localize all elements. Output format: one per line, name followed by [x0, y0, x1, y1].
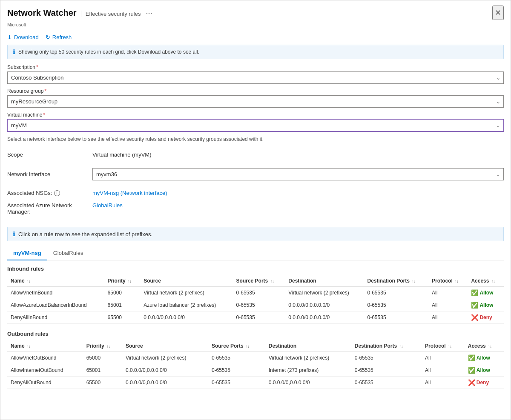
- cell-source: Virtual network (2 prefixes): [122, 352, 208, 364]
- tab-globalrules[interactable]: GlobalRules: [47, 246, 89, 260]
- download-button[interactable]: ⬇ Download: [7, 34, 39, 40]
- resource-group-required: *: [44, 88, 46, 94]
- deny-badge: ❌ Deny: [471, 314, 500, 321]
- cell-source: 0.0.0.0/0,0.0.0.0/0: [122, 377, 208, 389]
- panel-title: Network Watcher: [7, 8, 77, 18]
- cell-priority: 65000: [83, 352, 122, 364]
- table-row[interactable]: AllowVnetInBound 65000 Virtual network (…: [7, 287, 504, 299]
- out-name-sort-icon[interactable]: ↑↓: [27, 344, 31, 349]
- out-protocol-sort-icon[interactable]: ↑↓: [448, 344, 452, 349]
- network-interface-select[interactable]: myvm36: [92, 168, 504, 180]
- cell-name: AllowVnetOutBound: [7, 352, 83, 364]
- check-icon: ✅: [471, 289, 478, 296]
- panel-subtitle: Effective security rules: [81, 11, 141, 17]
- col-destination: Destination: [285, 275, 364, 287]
- col-out-source-ports: Source Ports ↑↓: [208, 340, 265, 352]
- allow-badge: ✅ Allow: [471, 302, 500, 309]
- cell-dest-ports: 0-65535: [364, 311, 429, 324]
- info-banner-text: Showing only top 50 security rules in ea…: [18, 49, 199, 55]
- cell-destination: Virtual network (2 prefixes): [265, 352, 351, 364]
- table-row[interactable]: AllowVnetOutBound 65000 Virtual network …: [7, 352, 504, 364]
- refresh-button[interactable]: ↻ Refresh: [46, 34, 72, 40]
- table-row[interactable]: DenyAllInBound 65500 0.0.0.0/0,0.0.0.0/0…: [7, 311, 504, 324]
- cell-source-ports: 0-65535: [233, 299, 285, 311]
- col-destination-ports: Destination Ports ↑↓: [364, 275, 429, 287]
- download-label: Download: [14, 34, 39, 40]
- cell-dest-ports: 0-65535: [364, 299, 429, 311]
- cell-source-ports: 0-65535: [233, 311, 285, 324]
- dest-ports-sort-icon[interactable]: ↑↓: [412, 279, 416, 283]
- check-icon: ✅: [471, 302, 478, 309]
- cell-destination: Virtual network (2 prefixes): [285, 287, 364, 299]
- out-dest-ports-sort-icon[interactable]: ↑↓: [399, 344, 403, 349]
- anm-label: Associated Azure Network Manager:: [7, 202, 92, 215]
- inbound-rules-title: Inbound rules: [7, 266, 504, 272]
- cell-source: Azure load balancer (2 prefixes): [140, 299, 233, 311]
- resource-group-select[interactable]: myResourceGroup: [7, 95, 504, 108]
- cell-priority: 65500: [83, 377, 122, 389]
- table-row[interactable]: AllowInternetOutBound 65001 0.0.0.0/0,0.…: [7, 364, 504, 377]
- name-sort-icon[interactable]: ↑↓: [27, 279, 31, 283]
- cell-access: ✅ Allow: [465, 364, 504, 377]
- tab-myvm-nsg[interactable]: myVM-nsg: [7, 246, 47, 260]
- cell-source: 0.0.0.0/0,0.0.0.0/0: [140, 311, 233, 324]
- out-priority-sort-icon[interactable]: ↑↓: [106, 344, 110, 349]
- cell-protocol: All: [422, 352, 465, 364]
- resource-group-label: Resource group*: [7, 88, 504, 94]
- virtual-machine-group: Virtual machine* myVM ⌄: [7, 112, 504, 132]
- nsg-label: Associated NSGs: i: [7, 190, 92, 196]
- resource-group-select-wrapper: myResourceGroup ⌄: [7, 95, 504, 108]
- anm-value: GlobalRules: [92, 202, 504, 215]
- subscription-select[interactable]: Contoso Subscription: [7, 71, 504, 84]
- nsg-link[interactable]: myVM-nsg (Network interface): [92, 190, 167, 196]
- resource-group-group: Resource group* myResourceGroup ⌄: [7, 88, 504, 108]
- helper-text: Select a network interface below to see …: [7, 136, 504, 142]
- table-row[interactable]: AllowAzureLoadBalancerInBound 65001 Azur…: [7, 299, 504, 311]
- info-banner: ℹ Showing only top 50 security rules in …: [7, 45, 504, 59]
- scope-label: Scope: [7, 148, 92, 161]
- source-ports-sort-icon[interactable]: ↑↓: [270, 279, 274, 283]
- outbound-rules-table: Name ↑↓ Priority ↑↓ Source Source Ports …: [7, 340, 504, 389]
- cell-protocol: All: [428, 287, 468, 299]
- click-banner-info-icon: ℹ: [13, 231, 15, 237]
- col-access: Access ↑↓: [468, 275, 504, 287]
- col-out-source: Source: [122, 340, 208, 352]
- click-banner: ℹ Click on a rule row to see the expande…: [7, 227, 504, 241]
- protocol-sort-icon[interactable]: ↑↓: [455, 279, 459, 283]
- col-out-destination-ports: Destination Ports ↑↓: [351, 340, 422, 352]
- tabs-section: myVM-nsg GlobalRules Inbound rules Name …: [0, 241, 511, 389]
- cell-name: AllowVnetInBound: [7, 287, 104, 299]
- panel: Network Watcher Effective security rules…: [0, 0, 511, 420]
- cell-priority: 65001: [104, 299, 141, 311]
- allow-badge: ✅ Allow: [471, 289, 500, 296]
- form-section: Subscription* Contoso Subscription ⌄ Res…: [0, 64, 511, 142]
- tabs-bar: myVM-nsg GlobalRules: [7, 246, 504, 260]
- cell-source: Virtual network (2 prefixes): [140, 287, 233, 299]
- priority-sort-icon[interactable]: ↑↓: [128, 279, 132, 283]
- close-button[interactable]: ✕: [492, 6, 504, 20]
- out-source-ports-sort-icon[interactable]: ↑↓: [246, 344, 250, 349]
- refresh-label: Refresh: [52, 34, 72, 40]
- scope-value: Virtual machine (myVM): [92, 148, 504, 161]
- deny-badge: ❌ Deny: [468, 379, 500, 386]
- network-interface-select-wrapper: myvm36 ⌄: [92, 165, 504, 184]
- cell-name: AllowAzureLoadBalancerInBound: [7, 299, 104, 311]
- deny-icon: ❌: [471, 314, 478, 321]
- cell-destination: 0.0.0.0/0,0.0.0.0/0: [265, 377, 351, 389]
- panel-header: Network Watcher Effective security rules…: [0, 0, 511, 22]
- click-banner-text: Click on a rule row to see the expanded …: [18, 231, 152, 237]
- anm-link[interactable]: GlobalRules: [92, 202, 123, 209]
- network-interface-label: Network interface: [7, 165, 92, 184]
- virtual-machine-select[interactable]: myVM: [7, 119, 504, 132]
- access-sort-icon[interactable]: ↑↓: [491, 279, 495, 283]
- cell-priority: 65001: [83, 364, 122, 377]
- cell-protocol: All: [422, 364, 465, 377]
- table-row[interactable]: DenyAllOutBound 65500 0.0.0.0/0,0.0.0.0/…: [7, 377, 504, 389]
- nsg-info-icon[interactable]: i: [54, 190, 60, 196]
- cell-access: ✅ Allow: [468, 287, 504, 299]
- refresh-icon: ↻: [46, 34, 50, 40]
- more-options-icon[interactable]: ···: [146, 9, 152, 18]
- check-icon: ✅: [468, 367, 475, 374]
- out-access-sort-icon[interactable]: ↑↓: [488, 344, 492, 349]
- subscription-label: Subscription*: [7, 64, 504, 70]
